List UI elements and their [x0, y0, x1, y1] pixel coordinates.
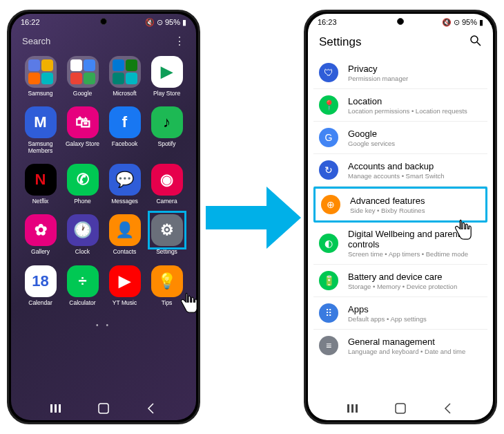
app-calculator[interactable]: ÷Calculator: [63, 265, 103, 306]
app-label: Microsoft: [105, 91, 145, 97]
app-samsung[interactable]: Samsung: [21, 56, 61, 97]
app-icon: ✆: [67, 164, 99, 196]
settings-item-advanced-features[interactable]: ⊕Advanced featuresSide key • Bixby Routi…: [313, 187, 487, 223]
settings-item-icon: 📍: [319, 95, 338, 115]
app-label: Calendar: [21, 300, 61, 306]
settings-item-title: Battery and device care: [348, 272, 482, 282]
settings-item-sub: Storage • Memory • Device protection: [348, 283, 482, 290]
app-play-store[interactable]: ▶Play Store: [147, 56, 187, 97]
folder-icon: [67, 56, 99, 88]
app-google[interactable]: Google: [63, 56, 103, 97]
app-galaxy-store[interactable]: 🛍Galaxy Store: [63, 106, 103, 154]
screen-settings: 16:23 🔇 ⊙ 95% ▮ Settings 🛡PrivacyPermiss…: [308, 14, 493, 420]
app-settings[interactable]: ⚙Settings: [147, 214, 187, 255]
app-label: Facebook: [105, 141, 145, 147]
recents-button[interactable]: [345, 402, 360, 415]
settings-item-sub: Location permissions • Location requests: [348, 107, 482, 115]
search-row[interactable]: Search ⋮: [11, 30, 196, 52]
app-label: Samsung: [21, 91, 61, 97]
app-label: YT Music: [105, 300, 145, 306]
settings-item-icon: ◐: [319, 234, 338, 253]
app-grid: SamsungGoogleMicrosoft▶Play StoreMSamsun…: [11, 52, 196, 320]
app-label: Google: [63, 91, 103, 97]
app-icon: ▶: [109, 265, 141, 297]
settings-item-title: General management: [348, 337, 482, 347]
settings-item-title: Accounts and backup: [348, 161, 482, 171]
settings-item-sub: Language and keyboard • Date and time: [348, 348, 482, 355]
app-label: Messages: [105, 198, 145, 205]
app-icon: 👤: [109, 214, 141, 246]
app-phone[interactable]: ✆Phone: [63, 164, 103, 205]
settings-item-icon: G: [319, 128, 338, 147]
settings-item-general-management[interactable]: ≡General managementLanguage and keyboard…: [313, 330, 487, 361]
settings-item-accounts-and-backup[interactable]: ↻Accounts and backupManage accounts • Sm…: [313, 154, 487, 187]
app-microsoft[interactable]: Microsoft: [105, 56, 145, 97]
settings-item-sub: Default apps • App settings: [348, 315, 482, 323]
settings-header: Settings: [308, 30, 493, 57]
app-calendar[interactable]: 18Calendar: [21, 265, 61, 306]
home-button[interactable]: [393, 402, 408, 415]
settings-item-sub: Side key • Bixby Routines: [350, 207, 480, 214]
app-label: Camera: [147, 198, 187, 205]
settings-item-privacy[interactable]: 🛡PrivacyPermission manager: [313, 57, 487, 89]
settings-item-icon: 🛡: [319, 63, 338, 82]
search-icon[interactable]: [469, 35, 482, 50]
clock: 16:23: [318, 18, 337, 26]
app-yt-music[interactable]: ▶YT Music: [105, 265, 145, 306]
app-camera[interactable]: ◉Camera: [147, 164, 187, 205]
back-button[interactable]: [440, 402, 456, 415]
battery-pct: ⊙ 95%: [157, 18, 180, 27]
camera-hole: [397, 18, 404, 25]
app-gallery[interactable]: ✿Gallery: [21, 214, 61, 255]
settings-item-title: Apps: [348, 304, 482, 314]
app-label: Phone: [63, 198, 103, 205]
app-label: Samsung Members: [21, 141, 61, 154]
folder-icon: [109, 56, 141, 88]
app-icon: 18: [25, 265, 57, 297]
page-indicator: • •: [11, 321, 196, 329]
back-button[interactable]: [144, 402, 159, 415]
menu-icon[interactable]: ⋮: [174, 35, 185, 48]
svg-point-4: [471, 36, 478, 43]
settings-item-digital-wellbeing-and-parental-controls[interactable]: ◐Digital Wellbeing and parental controls…: [313, 223, 487, 265]
app-contacts[interactable]: 👤Contacts: [105, 214, 145, 255]
phone-app-drawer: 16:22 🔇 ⊙ 95% ▮ Search ⋮ SamsungGoogleMi…: [7, 10, 200, 424]
app-icon: 💬: [109, 164, 141, 196]
app-icon: M: [25, 106, 57, 138]
recents-button[interactable]: [48, 402, 64, 415]
settings-item-google[interactable]: GGoogleGoogle services: [313, 122, 487, 154]
app-label: Calculator: [63, 300, 103, 306]
app-tips[interactable]: 💡Tips: [147, 265, 187, 306]
svg-rect-3: [99, 404, 108, 413]
settings-item-sub: Manage accounts • Smart Switch: [348, 172, 482, 180]
app-label: Contacts: [105, 249, 145, 255]
app-samsung-members[interactable]: MSamsung Members: [21, 106, 61, 154]
app-spotify[interactable]: ♪Spotify: [147, 106, 187, 154]
folder-icon: [25, 56, 57, 88]
settings-item-icon: ≡: [319, 336, 338, 355]
app-icon: ✿: [25, 214, 57, 246]
settings-item-location[interactable]: 📍LocationLocation permissions • Location…: [313, 89, 487, 122]
status-icons: 🔇 ⊙ 95% ▮: [442, 18, 483, 27]
app-icon: 🛍: [67, 106, 99, 138]
settings-item-battery-and-device-care[interactable]: 🔋Battery and device careStorage • Memory…: [313, 265, 487, 297]
mute-icon: 🔇: [442, 18, 452, 27]
app-label: Settings: [147, 249, 187, 255]
app-icon: f: [109, 106, 141, 138]
app-icon: ♪: [151, 106, 183, 138]
svg-rect-9: [396, 404, 405, 413]
app-facebook[interactable]: fFacebook: [105, 106, 145, 154]
settings-item-apps[interactable]: ⠿AppsDefault apps • App settings: [313, 297, 487, 330]
app-messages[interactable]: 💬Messages: [105, 164, 145, 205]
app-label: Clock: [63, 249, 103, 255]
svg-rect-8: [356, 404, 358, 413]
app-icon: ÷: [67, 265, 99, 297]
search-input[interactable]: Search: [22, 36, 174, 46]
svg-line-5: [477, 42, 481, 46]
app-icon: 💡: [151, 265, 183, 297]
app-icon: ⚙: [151, 214, 183, 246]
home-button[interactable]: [96, 402, 111, 415]
battery-pct: ⊙ 95%: [454, 18, 477, 27]
app-netflix[interactable]: NNetflix: [21, 164, 61, 205]
app-clock[interactable]: 🕐Clock: [63, 214, 103, 255]
